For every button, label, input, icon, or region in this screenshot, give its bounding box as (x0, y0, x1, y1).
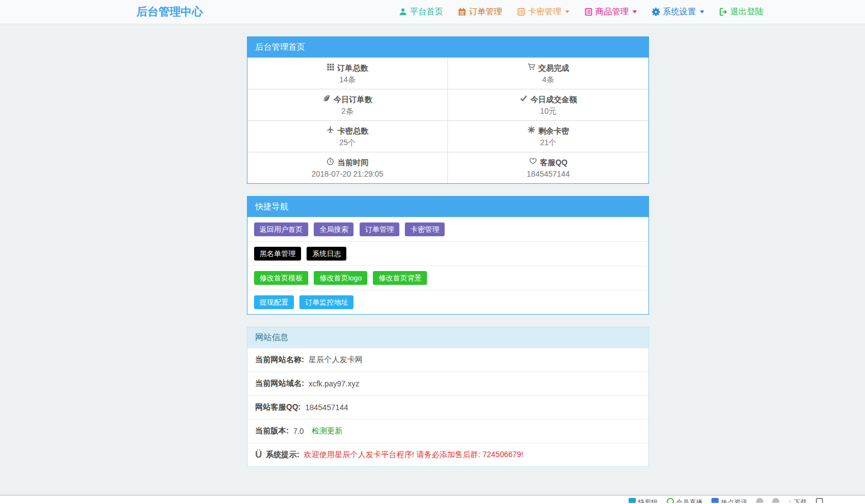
stat-cell-current-time: 当前时间 2018-07-20 21:29:05 (247, 152, 448, 183)
nav-item-platform-home[interactable]: 平台首页 (399, 7, 443, 17)
stat-value: 25个 (250, 137, 445, 148)
bird-icon (772, 498, 779, 503)
nav-item-goods-management[interactable]: 商品管理 (584, 7, 637, 17)
quick-nav-row-green: 修改首页模板 修改首页logo 修改首页背景 (247, 266, 648, 290)
site-domain-value: xcfk.pay97.xyz (309, 379, 360, 388)
order-monitor-url-button[interactable]: 订单监控地址 (299, 295, 354, 309)
cart-icon (528, 62, 535, 74)
site-name-row: 当前网站名称: 星辰个人发卡网 (247, 348, 648, 372)
site-domain-label: 当前网站域名: (255, 379, 304, 389)
dashboard-panel-title: 后台管理首页 (247, 37, 648, 57)
bookmark-quick-clip[interactable]: 快剪辑 (629, 498, 658, 503)
live-icon (667, 498, 674, 503)
site-name-value: 星辰个人发卡网 (309, 355, 363, 365)
chevron-down-icon (632, 10, 637, 13)
stat-value: 2条 (250, 105, 445, 116)
nav-item-system-settings[interactable]: 系统设置 (652, 7, 704, 17)
stat-value: 21个 (450, 137, 646, 148)
stat-cell-trade-complete: 交易完成 4条 (448, 57, 648, 89)
app-title[interactable]: 后台管理中心 (136, 4, 203, 19)
stats-grid: 订单总数 14条 交易完成 4条 今日订单数 2条 今日成交金额 10元 卡密总… (247, 57, 648, 183)
main-content: 后台管理首页 订单总数 14条 交易完成 4条 今日订单数 2条 今日成交金额 … (0, 24, 865, 496)
system-tip-label: 系统提示: (266, 450, 299, 460)
site-qq-label: 网站客服QQ: (255, 402, 300, 412)
edit-home-background-button[interactable]: 修改首页背景 (373, 271, 427, 285)
version-row: 当前版本: 7.0 检测更新 (247, 419, 648, 443)
burst-icon (528, 125, 535, 137)
plane-icon (326, 125, 334, 137)
nav-item-logout[interactable]: 退出登陆 (719, 7, 763, 17)
system-tip-row: Ü 系统提示: 欢迎使用星辰个人发卡平台程序! 请务必添加售后群: 724506… (247, 443, 648, 466)
card-management-button[interactable]: 卡密管理 (405, 222, 445, 236)
chevron-down-icon (565, 10, 569, 13)
bookmark-member-live[interactable]: 会员直播 (667, 498, 703, 503)
stat-value: 14条 (250, 74, 445, 85)
play-icon (629, 498, 636, 503)
stat-cell-today-orders: 今日订单数 2条 (247, 89, 448, 120)
gear-icon (652, 8, 660, 16)
user-icon (399, 8, 407, 16)
download-arrow-icon: ↓ (788, 498, 792, 503)
quick-nav-panel: 快捷导航 返回用户首页 全局搜索 订单管理 卡密管理 黑名单管理 系统日志 修改… (247, 196, 649, 315)
global-search-button[interactable]: 全局搜索 (314, 222, 354, 236)
nav-menu: 平台首页 订单管理 卡密管理 商品管理 系统设置 (399, 7, 763, 17)
leaf-icon (323, 94, 330, 105)
clock-icon (326, 157, 334, 168)
quick-nav-row-black: 黑名单管理 系统日志 (247, 241, 648, 266)
nav-item-label: 系统设置 (663, 7, 696, 17)
quick-nav-row-purple: 返回用户首页 全局搜索 订单管理 卡密管理 (247, 217, 648, 241)
globe-icon (756, 498, 763, 503)
version-value: 7.0 (293, 427, 304, 436)
card-list-icon (517, 8, 525, 16)
bookmark-download[interactable]: ↓下载 (788, 498, 807, 503)
order-management-button[interactable]: 订单管理 (360, 222, 399, 236)
stat-value: 1845457144 (450, 168, 646, 179)
dashboard-panel: 后台管理首页 订单总数 14条 交易完成 4条 今日订单数 2条 今日成交金额 … (247, 36, 649, 184)
system-log-button[interactable]: 系统日志 (307, 247, 346, 261)
stat-cell-order-total: 订单总数 14条 (247, 57, 448, 89)
stat-value: 10元 (450, 105, 646, 116)
bookmark-apps-grid[interactable] (816, 498, 823, 503)
list-icon (584, 8, 593, 16)
check-update-link[interactable]: 检测更新 (312, 426, 342, 436)
site-domain-row: 当前网站域名: xcfk.pay97.xyz (247, 372, 648, 395)
withdraw-config-button[interactable]: 提现配置 (254, 295, 294, 309)
return-user-home-button[interactable]: 返回用户首页 (254, 222, 308, 236)
edit-home-logo-button[interactable]: 修改首页logo (314, 271, 367, 285)
u-badge-icon: Ü (255, 451, 262, 459)
edit-home-template-button[interactable]: 修改首页模板 (254, 271, 308, 285)
site-name-label: 当前网站名称: (255, 355, 304, 365)
sign-out-icon (719, 8, 727, 16)
site-info-panel-title: 网站信息 (247, 327, 648, 348)
stat-cell-card-remaining: 剩余卡密 21个 (448, 120, 648, 152)
nav-item-label: 订单管理 (469, 7, 502, 17)
stat-value: 4条 (450, 74, 646, 85)
bookmark-hot-news[interactable]: 热点资讯 (711, 498, 747, 503)
system-tip-message: 欢迎使用星辰个人发卡平台程序! 请务必添加售后群: 724506679! (304, 450, 524, 460)
calendar-icon (458, 8, 466, 16)
browser-bookmark-bar: 快剪辑 会员直播 热点资讯 ↓下载 (0, 496, 865, 503)
stat-value: 2018-07-20 21:29:05 (250, 168, 445, 179)
bookmark-misc-2[interactable] (772, 498, 779, 503)
grid-apps-icon (816, 498, 823, 503)
nav-item-label: 卡密管理 (528, 7, 561, 17)
version-label: 当前版本: (255, 426, 289, 436)
heart-icon (529, 157, 537, 168)
stat-cell-card-total: 卡密总数 25个 (247, 120, 448, 152)
site-qq-row: 网站客服QQ: 1845457144 (247, 395, 648, 419)
nav-item-label: 退出登陆 (730, 7, 763, 17)
site-qq-value: 1845457144 (305, 403, 348, 412)
quick-nav-row-cyan: 提现配置 订单监控地址 (247, 290, 648, 314)
blacklist-management-button[interactable]: 黑名单管理 (254, 247, 301, 261)
stat-cell-today-amount: 今日成交金额 10元 (448, 89, 648, 120)
nav-item-order-management[interactable]: 订单管理 (458, 7, 502, 17)
stat-cell-service-qq: 客服QQ 1845457144 (448, 152, 648, 183)
nav-item-card-management[interactable]: 卡密管理 (517, 7, 569, 17)
bookmark-misc-1[interactable] (756, 498, 763, 503)
check-icon (520, 94, 528, 105)
grid-icon (327, 62, 334, 74)
nav-item-label: 商品管理 (595, 7, 629, 17)
quick-nav-panel-title: 快捷导航 (247, 197, 648, 217)
top-navbar: 后台管理中心 平台首页 订单管理 卡密管理 商品管理 (0, 0, 865, 24)
chevron-down-icon (700, 10, 704, 13)
